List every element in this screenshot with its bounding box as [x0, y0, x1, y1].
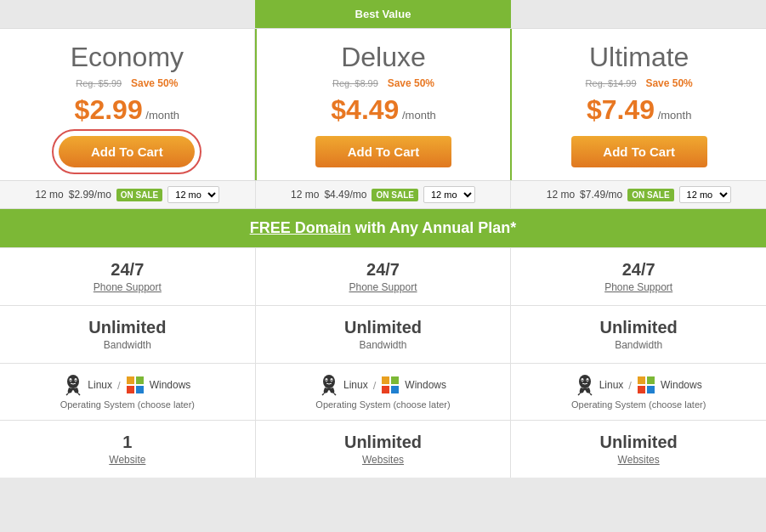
- plan-header-row: Best Value: [0, 0, 766, 28]
- phone-support-row: 24/7 Phone Support 24/7 Phone Support 24…: [0, 247, 766, 305]
- ultimate-bandwidth-cell: Unlimited Bandwidth: [511, 306, 766, 363]
- deluxe-support-sub: Phone Support: [264, 281, 502, 293]
- deluxe-websites-main: Unlimited: [264, 433, 502, 452]
- pricing-container: Best Value Economy Reg. $5.99 Save 50% $…: [0, 0, 766, 478]
- deluxe-per-month: /month: [402, 109, 436, 122]
- free-domain-text: FREE Domain with Any Annual Plan*: [250, 219, 517, 236]
- bandwidth-row: Unlimited Bandwidth Unlimited Bandwidth …: [0, 305, 766, 363]
- deluxe-os-cell: Linux / Windows Operating System (choose…: [256, 364, 512, 420]
- svg-line-28: [590, 393, 592, 395]
- linux-icon: [320, 374, 338, 396]
- economy-os-slash: /: [117, 379, 121, 392]
- economy-per-month: /month: [145, 109, 179, 122]
- deluxe-monthly-price: $4.49/mo: [324, 189, 366, 201]
- deluxe-header-best-value: Best Value: [255, 0, 510, 28]
- svg-rect-21: [391, 386, 399, 393]
- free-domain-banner: FREE Domain with Any Annual Plan*: [0, 209, 766, 247]
- economy-os-icons: Linux / Windows: [9, 374, 247, 396]
- windows-icon: [637, 376, 655, 394]
- ultimate-per-month: /month: [658, 109, 692, 122]
- economy-os-sub: Operating System (choose later): [9, 399, 247, 410]
- ultimate-price-row: $7.49 /month: [525, 94, 753, 126]
- ultimate-os-icons: Linux / Windows: [519, 374, 757, 396]
- svg-rect-18: [382, 376, 389, 384]
- svg-rect-31: [638, 386, 645, 393]
- deluxe-bandwidth-cell: Unlimited Bandwidth: [256, 306, 512, 363]
- svg-line-27: [578, 393, 580, 395]
- os-row: Linux / Windows Operating System (choose…: [0, 363, 766, 420]
- feature-section: 24/7 Phone Support 24/7 Phone Support 24…: [0, 247, 766, 478]
- deluxe-price-row: $4.49 /month: [270, 94, 498, 126]
- economy-header: [0, 0, 255, 28]
- deluxe-plan-name: Deluxe: [270, 42, 498, 73]
- svg-rect-9: [127, 386, 134, 393]
- svg-rect-29: [638, 376, 645, 384]
- deluxe-on-sale-badge: ON SALE: [372, 189, 417, 201]
- deluxe-plan-col: Deluxe Reg. $8.99 Save 50% $4.49 /month …: [255, 29, 513, 180]
- ultimate-add-to-cart-button[interactable]: Add To Cart: [571, 136, 707, 167]
- ultimate-save-text: Save 50%: [645, 77, 692, 89]
- deluxe-support-main: 24/7: [264, 260, 502, 280]
- svg-point-14: [326, 380, 327, 382]
- ultimate-windows-label: Windows: [661, 379, 702, 391]
- svg-point-4: [76, 380, 77, 382]
- deluxe-reg-row: Reg. $8.99 Save 50%: [270, 76, 498, 89]
- svg-point-3: [71, 380, 72, 382]
- ultimate-term: 12 mo: [547, 189, 575, 201]
- economy-support-main: 24/7: [9, 260, 247, 280]
- plan-dropdown-row: 12 mo $2.99/mo ON SALE 12 mo 24 mo 36 mo…: [0, 180, 766, 209]
- ultimate-os-sub: Operating System (choose later): [519, 399, 757, 410]
- economy-term-select[interactable]: 12 mo 24 mo 36 mo: [167, 186, 219, 203]
- deluxe-os-sub: Operating System (choose later): [264, 399, 502, 410]
- economy-add-to-cart-button[interactable]: Add To Cart: [59, 136, 195, 167]
- ultimate-bandwidth-sub: Bandwidth: [519, 339, 757, 351]
- ultimate-header: [511, 0, 766, 28]
- plans-row: Economy Reg. $5.99 Save 50% $2.99 /month…: [0, 28, 766, 180]
- svg-point-22: [579, 375, 591, 388]
- deluxe-windows-label: Windows: [405, 379, 446, 391]
- deluxe-websites-sub: Websites: [264, 454, 502, 466]
- ultimate-websites-main: Unlimited: [519, 433, 757, 452]
- linux-icon: [64, 374, 82, 396]
- ultimate-reg-row: Reg. $14.99 Save 50%: [525, 76, 753, 89]
- svg-rect-30: [647, 376, 655, 384]
- economy-websites-sub: Website: [9, 454, 247, 466]
- svg-rect-8: [136, 376, 144, 384]
- ultimate-websites-cell: Unlimited Websites: [511, 421, 766, 478]
- economy-dropdown-cell: 12 mo $2.99/mo ON SALE 12 mo 24 mo 36 mo: [0, 181, 256, 208]
- economy-websites-cell: 1 Website: [0, 421, 256, 478]
- deluxe-dropdown-cell: 12 mo $4.49/mo ON SALE 12 mo 24 mo 36 mo: [256, 181, 512, 208]
- economy-plan-col: Economy Reg. $5.99 Save 50% $2.99 /month…: [0, 29, 255, 180]
- ultimate-support-main: 24/7: [519, 260, 757, 280]
- ultimate-term-select[interactable]: 12 mo 24 mo 36 mo: [679, 186, 731, 203]
- economy-save-text: Save 50%: [131, 77, 178, 89]
- deluxe-add-to-cart-button[interactable]: Add To Cart: [315, 136, 451, 167]
- deluxe-os-slash: /: [373, 379, 377, 392]
- ultimate-support-sub: Phone Support: [519, 281, 757, 293]
- economy-bandwidth-cell: Unlimited Bandwidth: [0, 306, 256, 363]
- deluxe-reg-price: Reg. $8.99: [332, 78, 378, 88]
- ultimate-plan-name: Ultimate: [525, 42, 753, 73]
- economy-websites-main: 1: [9, 433, 247, 452]
- economy-windows-label: Windows: [150, 379, 191, 391]
- svg-point-0: [67, 375, 79, 388]
- economy-bandwidth-sub: Bandwidth: [9, 339, 247, 351]
- ultimate-linux-label: Linux: [599, 379, 624, 391]
- deluxe-bandwidth-main: Unlimited: [264, 318, 502, 337]
- ultimate-os-slash: /: [628, 379, 632, 392]
- svg-point-25: [582, 380, 583, 382]
- ultimate-monthly-price: $7.49/mo: [580, 189, 622, 201]
- ultimate-plan-col: Ultimate Reg. $14.99 Save 50% $7.49 /mon…: [512, 29, 766, 180]
- deluxe-term-select[interactable]: 12 mo 24 mo 36 mo: [423, 186, 475, 203]
- deluxe-bandwidth-sub: Bandwidth: [264, 339, 502, 351]
- ultimate-price: $7.49: [587, 94, 655, 125]
- svg-rect-32: [647, 386, 655, 393]
- ultimate-websites-sub: Websites: [519, 454, 757, 466]
- economy-support-cell: 24/7 Phone Support: [0, 248, 256, 305]
- deluxe-os-icons: Linux / Windows: [264, 374, 502, 396]
- svg-rect-10: [136, 386, 144, 393]
- ultimate-on-sale-badge: ON SALE: [627, 189, 673, 201]
- economy-reg-row: Reg. $5.99 Save 50%: [13, 76, 241, 89]
- economy-price-row: $2.99 /month: [13, 94, 241, 126]
- best-value-label: Best Value: [255, 3, 510, 25]
